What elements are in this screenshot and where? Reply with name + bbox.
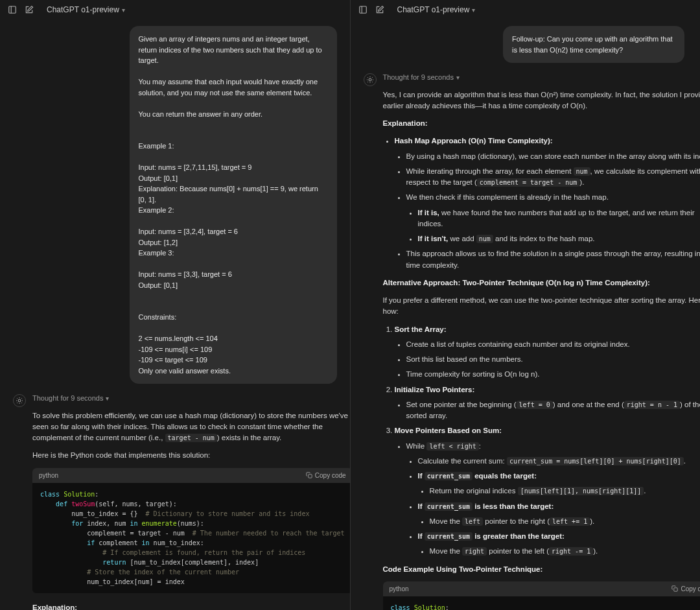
right-scroll[interactable]: Follow-up: Can you come up with an algor… — [351, 19, 701, 610]
assistant-avatar-icon — [364, 73, 377, 86]
model-selector[interactable]: ChatGPT o1-preview ▾ — [397, 4, 476, 16]
sidebar-toggle-icon[interactable] — [357, 4, 369, 16]
alt-intro: If you prefer a different method, we can… — [383, 295, 701, 318]
thought-disclosure[interactable]: Thought for 9 seconds ▾ — [383, 72, 701, 83]
code-header: python Copy code — [383, 581, 701, 596]
thought-label: Thought for 9 seconds — [383, 72, 454, 83]
copy-code-button[interactable]: Copy code — [306, 471, 346, 480]
model-selector[interactable]: ChatGPT o1-preview ▾ — [47, 4, 125, 16]
right-pane: ChatGPT o1-preview ▾ Follow-up: Can you … — [350, 0, 701, 610]
svg-rect-4 — [359, 6, 366, 14]
model-title: ChatGPT o1-preview — [47, 4, 119, 16]
copy-code-button[interactable]: Copy code — [671, 584, 700, 594]
user-message: Follow-up: Can you come up with an algor… — [503, 26, 684, 63]
code-lang-label: python — [39, 471, 58, 480]
svg-point-6 — [369, 78, 371, 81]
svg-point-2 — [18, 399, 21, 402]
code-body: class Solution: def twoSum(self, nums, t… — [32, 483, 350, 593]
right-topbar: ChatGPT o1-preview ▾ — [351, 0, 701, 19]
explanation-heading: Explanation: — [32, 604, 77, 611]
svg-rect-3 — [309, 475, 312, 478]
user-message: Given an array of integers nums and an i… — [130, 26, 337, 384]
explanation-heading: Explanation: — [383, 119, 428, 127]
hash-approach-list: Hash Map Approach (O(n) Time Complexity)… — [383, 135, 701, 271]
chevron-down-icon: ▾ — [122, 5, 125, 15]
chevron-down-icon: ▾ — [106, 393, 109, 403]
inline-code: target - num — [165, 434, 217, 442]
code-lang-label: python — [390, 584, 409, 594]
left-pane: ChatGPT o1-preview ▾ Given an array of i… — [0, 0, 350, 610]
svg-rect-7 — [674, 588, 677, 591]
left-topbar: ChatGPT o1-preview ▾ — [0, 0, 350, 19]
left-scroll[interactable]: Given an array of integers nums and an i… — [0, 19, 350, 610]
intro-paragraph: Yes, I can provide an algorithm that is … — [383, 89, 701, 112]
alt-heading: Alternative Approach: Two-Pointer Techni… — [383, 279, 650, 287]
code-intro: Here is the Python code that implements … — [32, 450, 350, 461]
compose-icon[interactable] — [374, 4, 386, 16]
thought-disclosure[interactable]: Thought for 9 seconds ▾ — [32, 393, 350, 404]
code-header: python Copy code — [32, 468, 350, 483]
intro-paragraph: To solve this problem efficiently, we ca… — [32, 410, 350, 444]
chevron-down-icon: ▾ — [456, 73, 460, 82]
two-pointer-steps: Sort the Array: Create a list of tuples … — [383, 324, 701, 557]
thought-label: Thought for 9 seconds — [32, 393, 103, 404]
model-title: ChatGPT o1-preview — [397, 4, 470, 16]
svg-rect-0 — [9, 6, 16, 14]
assistant-avatar-icon — [13, 394, 26, 407]
sidebar-toggle-icon[interactable] — [6, 4, 18, 16]
code-body: class Solution: def twoSum(self, nums, t… — [383, 596, 701, 610]
chevron-down-icon: ▾ — [472, 5, 475, 15]
compose-icon[interactable] — [23, 4, 35, 16]
assistant-message: Thought for 9 seconds ▾ Yes, I can provi… — [364, 72, 688, 610]
assistant-message: Thought for 9 seconds ▾ To solve this pr… — [13, 393, 337, 610]
code-heading: Code Example Using Two-Pointer Technique… — [383, 565, 543, 573]
code-block: python Copy code class Solution: def two… — [383, 581, 701, 610]
code-block: python Copy code class Solution: def two… — [32, 468, 350, 593]
